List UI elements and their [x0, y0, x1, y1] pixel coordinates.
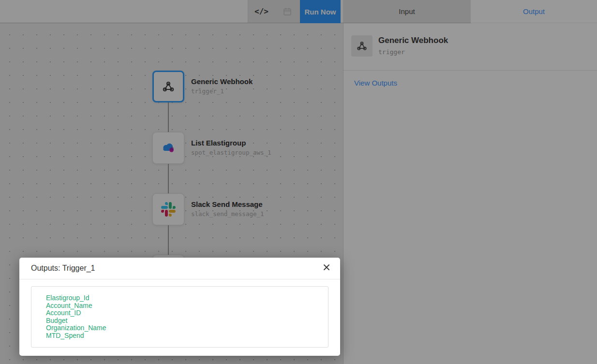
output-item: Elastigroup_Id [46, 294, 313, 302]
workflow-editor: </> Run Now Input Output [0, 0, 597, 364]
output-item: MTD_Spend [46, 332, 313, 340]
output-item: Organization_Name [46, 324, 313, 332]
output-item: Account_Name [46, 302, 313, 310]
close-button[interactable] [320, 261, 333, 274]
modal-title: Outputs: Trigger_1 [31, 264, 95, 273]
outputs-modal: Outputs: Trigger_1 Elastigroup_Id Accoun… [19, 258, 340, 356]
output-item: Account_ID [46, 309, 313, 317]
outputs-list: Elastigroup_Id Account_Name Account_ID B… [31, 286, 328, 348]
modal-header: Outputs: Trigger_1 [19, 258, 340, 279]
modal-body: Elastigroup_Id Account_Name Account_ID B… [19, 279, 340, 348]
close-icon [323, 264, 330, 271]
output-item: Budget [46, 317, 313, 325]
